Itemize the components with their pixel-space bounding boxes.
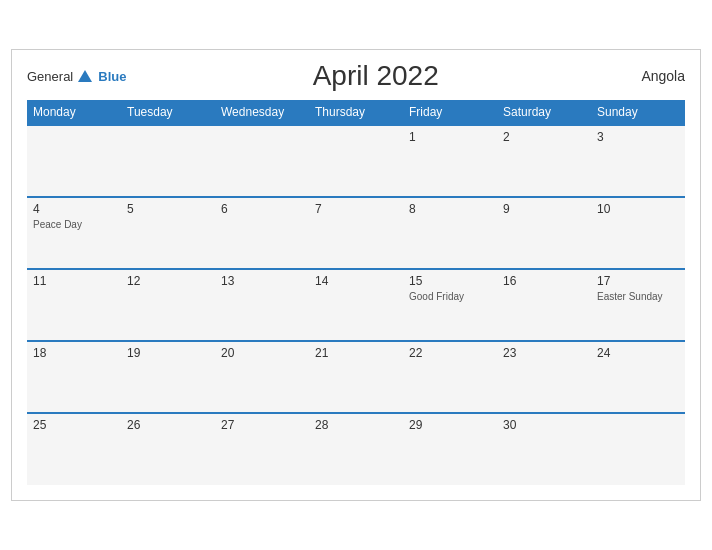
header-monday: Monday [27,100,121,125]
calendar-day-cell: 28 [309,413,403,485]
header-tuesday: Tuesday [121,100,215,125]
calendar-day-cell: 25 [27,413,121,485]
calendar-day-cell: 7 [309,197,403,269]
day-number: 28 [315,418,397,432]
day-number: 24 [597,346,679,360]
calendar-day-cell [591,413,685,485]
calendar-day-cell: 23 [497,341,591,413]
day-number: 6 [221,202,303,216]
day-number: 7 [315,202,397,216]
day-number: 29 [409,418,491,432]
calendar-day-cell: 4Peace Day [27,197,121,269]
day-event-label: Easter Sunday [597,290,679,303]
calendar-week-row: 18192021222324 [27,341,685,413]
calendar-day-cell: 26 [121,413,215,485]
day-number: 9 [503,202,585,216]
calendar-day-cell: 15Good Friday [403,269,497,341]
day-number: 1 [409,130,491,144]
calendar-day-cell: 2 [497,125,591,197]
day-number: 15 [409,274,491,288]
calendar-day-cell: 6 [215,197,309,269]
calendar-day-cell: 1 [403,125,497,197]
day-number: 2 [503,130,585,144]
calendar-day-cell [309,125,403,197]
header-thursday: Thursday [309,100,403,125]
day-number: 18 [33,346,115,360]
calendar-day-cell: 29 [403,413,497,485]
calendar-day-cell: 17Easter Sunday [591,269,685,341]
calendar-day-cell: 20 [215,341,309,413]
calendar-header: General Blue April 2022 Angola [27,60,685,92]
calendar-day-cell: 30 [497,413,591,485]
calendar-day-cell: 21 [309,341,403,413]
month-title: April 2022 [126,60,625,92]
calendar-day-cell: 13 [215,269,309,341]
calendar-week-row: 1112131415Good Friday1617Easter Sunday [27,269,685,341]
calendar-day-cell: 18 [27,341,121,413]
calendar-day-cell: 16 [497,269,591,341]
logo-blue-text: Blue [98,69,126,84]
calendar-day-cell: 24 [591,341,685,413]
day-number: 11 [33,274,115,288]
calendar-container: General Blue April 2022 Angola Monday Tu… [11,49,701,501]
day-event-label: Good Friday [409,290,491,303]
calendar-day-cell: 14 [309,269,403,341]
calendar-day-cell [27,125,121,197]
calendar-day-cell [215,125,309,197]
calendar-week-row: 4Peace Day5678910 [27,197,685,269]
calendar-table: Monday Tuesday Wednesday Thursday Friday… [27,100,685,485]
calendar-day-cell: 8 [403,197,497,269]
day-number: 3 [597,130,679,144]
day-number: 17 [597,274,679,288]
day-number: 20 [221,346,303,360]
day-event-label: Peace Day [33,218,115,231]
calendar-day-cell: 27 [215,413,309,485]
day-number: 8 [409,202,491,216]
calendar-day-cell: 5 [121,197,215,269]
header-friday: Friday [403,100,497,125]
calendar-day-cell: 19 [121,341,215,413]
calendar-week-row: 123 [27,125,685,197]
day-number: 30 [503,418,585,432]
day-number: 23 [503,346,585,360]
logo-general-text: General [27,69,73,84]
day-number: 27 [221,418,303,432]
day-number: 25 [33,418,115,432]
logo: General Blue [27,67,126,85]
day-number: 16 [503,274,585,288]
day-number: 13 [221,274,303,288]
header-wednesday: Wednesday [215,100,309,125]
calendar-day-cell: 12 [121,269,215,341]
day-number: 5 [127,202,209,216]
calendar-day-cell: 22 [403,341,497,413]
day-number: 22 [409,346,491,360]
header-saturday: Saturday [497,100,591,125]
calendar-week-row: 252627282930 [27,413,685,485]
logo-triangle-icon [78,70,92,82]
day-number: 14 [315,274,397,288]
weekday-header-row: Monday Tuesday Wednesday Thursday Friday… [27,100,685,125]
day-number: 19 [127,346,209,360]
day-number: 12 [127,274,209,288]
calendar-day-cell: 3 [591,125,685,197]
day-number: 21 [315,346,397,360]
day-number: 4 [33,202,115,216]
calendar-day-cell: 9 [497,197,591,269]
country-label: Angola [625,68,685,84]
calendar-day-cell: 10 [591,197,685,269]
day-number: 10 [597,202,679,216]
day-number: 26 [127,418,209,432]
calendar-day-cell [121,125,215,197]
header-sunday: Sunday [591,100,685,125]
calendar-day-cell: 11 [27,269,121,341]
